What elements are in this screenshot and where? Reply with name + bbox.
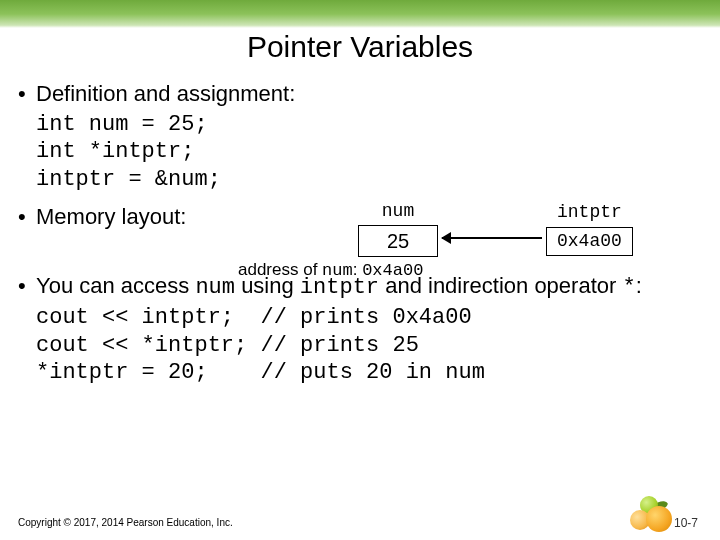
bullet-dot: •	[18, 272, 36, 303]
memory-address-caption: address of num: 0x4a00	[238, 259, 718, 282]
code-definition: int num = 25; int *intptr; intptr = &num…	[36, 111, 702, 194]
pointer-arrow	[442, 237, 542, 239]
memory-num-label: num	[382, 200, 414, 223]
memory-num-column: num 25	[358, 200, 438, 257]
slide-content: • Definition and assignment: int num = 2…	[18, 80, 702, 387]
copyright-footer: Copyright © 2017, 2014 Pearson Education…	[18, 517, 233, 528]
b3-var1: num	[195, 275, 235, 300]
memory-ptr-box: 0x4a00	[546, 227, 633, 256]
caption-mid: :	[353, 260, 362, 279]
b3-pre: You can access	[36, 273, 195, 298]
decorative-fruit-icon	[612, 492, 672, 532]
slide-title: Pointer Variables	[0, 30, 720, 64]
caption-var: num	[322, 261, 353, 280]
bullet-dot: •	[18, 203, 36, 232]
caption-val: 0x4a00	[362, 261, 423, 280]
bullet-dot: •	[18, 80, 36, 109]
memory-ptr-label: intptr	[557, 201, 622, 224]
caption-pre: address of	[238, 260, 322, 279]
header-gradient	[0, 0, 720, 28]
bullet2-text: Memory layout:	[36, 204, 186, 229]
memory-num-box: 25	[358, 225, 438, 257]
bullet1-text: Definition and assignment:	[36, 81, 295, 106]
bullet-definition: • Definition and assignment:	[18, 80, 702, 109]
memory-diagram: num 25 intptr 0x4a00 address of num: 0x4…	[358, 200, 718, 282]
memory-ptr-column: intptr 0x4a00	[546, 201, 633, 256]
code-indirection: cout << intptr; // prints 0x4a00 cout <<…	[36, 304, 702, 387]
slide-number: 10-7	[674, 516, 698, 530]
